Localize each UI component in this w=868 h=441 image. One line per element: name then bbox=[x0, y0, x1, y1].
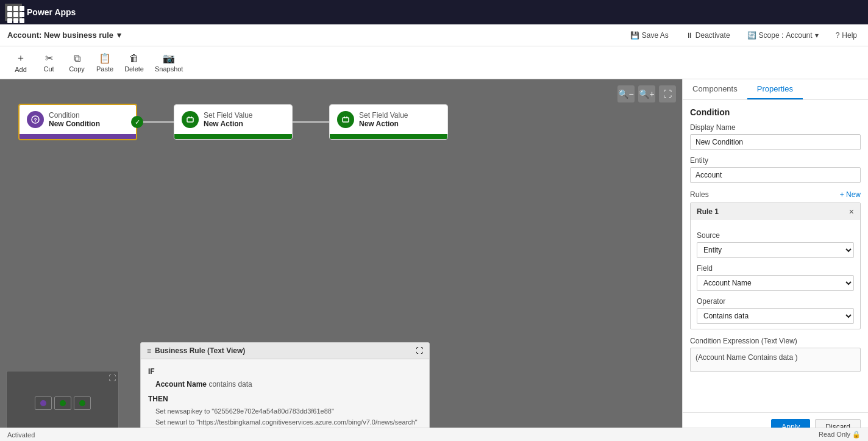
scope-button[interactable]: 🔄 Scope : Account ▾ bbox=[744, 30, 822, 41]
main-layout: 🔍− 🔍+ ⛶ ? bbox=[0, 79, 868, 441]
connector-check-1: ✓ bbox=[131, 116, 143, 128]
tab-properties[interactable]: Properties bbox=[747, 79, 803, 99]
rule-card-1-close-button[interactable]: × bbox=[849, 207, 854, 217]
canvas-area[interactable]: 🔍− 🔍+ ⛶ ? bbox=[0, 79, 682, 441]
add-icon: ＋ bbox=[16, 52, 26, 65]
delete-button[interactable]: 🗑 Delete bbox=[119, 51, 149, 75]
action2-node-name: New Action bbox=[359, 120, 440, 128]
deactivate-label: Deactivate bbox=[695, 31, 730, 40]
toolbar-group-file: ＋ Add ✂ Cut ⧉ Copy 📋 Paste 🗑 Delete 📷 Sn… bbox=[7, 49, 188, 76]
action1-node-text: Set Field Value New Action bbox=[204, 111, 285, 128]
deactivate-button[interactable]: ⏸ Deactivate bbox=[682, 30, 734, 41]
condition-node-text: Condition New Condition bbox=[49, 111, 129, 128]
source-select[interactable]: Entity bbox=[697, 242, 854, 258]
display-name-label: Display Name bbox=[690, 123, 861, 132]
action1-node-icon bbox=[182, 111, 199, 128]
action2-node-label: Set Field Value bbox=[359, 111, 440, 120]
tab-components[interactable]: Components bbox=[683, 79, 747, 99]
condition-node[interactable]: ? Condition New Condition × bbox=[18, 104, 137, 140]
condition-node-name: New Condition bbox=[49, 120, 129, 128]
field-label: Field bbox=[697, 264, 854, 273]
right-panel-tabs: Components Properties bbox=[683, 79, 868, 100]
entity-label: Entity bbox=[690, 156, 861, 165]
app-title: Power Apps bbox=[27, 7, 76, 17]
mini-map-expand-button[interactable]: ⛶ bbox=[108, 374, 116, 382]
field-select[interactable]: Account Name bbox=[697, 275, 854, 291]
condition-node-label: Condition bbox=[49, 111, 129, 120]
right-panel: Components Properties Condition Display … bbox=[682, 79, 868, 441]
zoom-out-button[interactable]: 🔍+ bbox=[638, 85, 655, 102]
save-as-label: Save As bbox=[642, 31, 669, 40]
entity-input[interactable] bbox=[690, 167, 861, 183]
source-label: Source bbox=[697, 231, 854, 240]
operator-label: Operator bbox=[697, 297, 854, 306]
mini-node-action2-dot bbox=[79, 400, 85, 406]
rule-card-1-header: Rule 1 × bbox=[691, 203, 860, 220]
business-rule-if-line: IF bbox=[148, 365, 422, 378]
snapshot-label: Snapshot bbox=[155, 65, 183, 73]
copy-button[interactable]: ⧉ Copy bbox=[63, 51, 90, 75]
connector-line-1b bbox=[155, 121, 174, 123]
waffle-icon[interactable] bbox=[5, 4, 22, 21]
status-bar: Activated Read Only 🔒 bbox=[0, 428, 868, 441]
display-name-input[interactable] bbox=[690, 134, 861, 150]
business-rule-panel: ≡ Business Rule (Text View) ⛶ IF Account… bbox=[140, 342, 430, 435]
svg-text:?: ? bbox=[34, 117, 37, 123]
business-rule-expand-button[interactable]: ⛶ bbox=[416, 346, 423, 355]
condition-expr-box: (Account Name Contains data ) bbox=[690, 348, 861, 372]
cut-button[interactable]: ✂ Cut bbox=[35, 50, 62, 75]
condition-expression-area: Condition Expression (Text View) (Accoun… bbox=[690, 337, 861, 372]
rules-new-button[interactable]: + New bbox=[840, 190, 861, 199]
account-rule-title: Account: New business rule bbox=[7, 30, 113, 40]
paste-button[interactable]: 📋 Paste bbox=[91, 50, 118, 75]
condition-node-bar bbox=[20, 134, 136, 139]
action1-node[interactable]: Set Field Value New Action bbox=[174, 104, 293, 140]
save-as-button[interactable]: 💾 Save As bbox=[627, 30, 672, 41]
save-icon: 💾 bbox=[630, 31, 639, 40]
flow-container: ? Condition New Condition × ✓ bbox=[18, 104, 448, 140]
mini-node-action1-dot bbox=[60, 400, 66, 406]
canvas-controls: 🔍− 🔍+ ⛶ bbox=[617, 85, 676, 102]
rules-header: Rules + New bbox=[690, 190, 861, 199]
condition-node-header: ? Condition New Condition bbox=[20, 105, 136, 134]
rule-card-1-title: Rule 1 bbox=[697, 207, 719, 216]
copy-icon: ⧉ bbox=[74, 53, 80, 64]
help-label: Help bbox=[842, 31, 857, 40]
add-button[interactable]: ＋ Add bbox=[7, 49, 34, 76]
mini-node-action1 bbox=[54, 396, 71, 410]
zoom-in-icon: 🔍− bbox=[618, 89, 633, 99]
mini-map: ⛶ bbox=[6, 371, 119, 435]
action2-node[interactable]: Set Field Value New Action bbox=[329, 104, 448, 140]
help-button[interactable]: ? Help bbox=[832, 30, 861, 41]
action1-node-header: Set Field Value New Action bbox=[174, 105, 292, 134]
zoom-in-button[interactable]: 🔍− bbox=[617, 85, 635, 102]
scope-chevron-icon: ▾ bbox=[815, 31, 819, 40]
operator-select[interactable]: Contains data bbox=[697, 308, 854, 324]
business-rule-title: ≡ Business Rule (Text View) bbox=[147, 346, 245, 355]
snapshot-button[interactable]: 📷 Snapshot bbox=[150, 50, 188, 75]
delete-label: Delete bbox=[124, 65, 144, 73]
business-rule-if-condition: Account Name contains data bbox=[155, 378, 422, 390]
sub-header: Account: New business rule ▾ 💾 Save As ⏸… bbox=[0, 24, 868, 46]
action2-node-header: Set Field Value New Action bbox=[330, 105, 447, 134]
condition-expr-label: Condition Expression (Text View) bbox=[690, 337, 861, 345]
connector-line-2b bbox=[311, 121, 329, 123]
help-icon: ? bbox=[836, 31, 840, 40]
tab-components-label: Components bbox=[692, 84, 738, 93]
if-condition-val: contains data bbox=[208, 380, 252, 389]
paste-label: Paste bbox=[96, 65, 113, 73]
fit-view-button[interactable]: ⛶ bbox=[659, 85, 676, 102]
add-label: Add bbox=[15, 66, 27, 73]
business-rule-body: IF Account Name contains data THEN Set n… bbox=[141, 359, 429, 434]
business-rule-action-1: Set newsapikey to "6255629e702e4a54a80d7… bbox=[155, 406, 422, 417]
rules-label: Rules bbox=[690, 190, 709, 199]
rule-card-1-body: Source Entity Field Account Name Operato… bbox=[691, 220, 860, 329]
if-keyword: IF bbox=[148, 367, 155, 376]
mini-node-action2 bbox=[74, 396, 91, 410]
deactivate-icon: ⏸ bbox=[686, 31, 693, 40]
mini-node-condition-dot bbox=[40, 400, 46, 406]
fit-view-icon: ⛶ bbox=[663, 89, 672, 99]
sub-header-actions: 💾 Save As ⏸ Deactivate 🔄 Scope : Account… bbox=[627, 30, 861, 41]
zoom-out-icon: 🔍+ bbox=[639, 89, 654, 99]
scope-account-label: Account bbox=[786, 31, 812, 40]
